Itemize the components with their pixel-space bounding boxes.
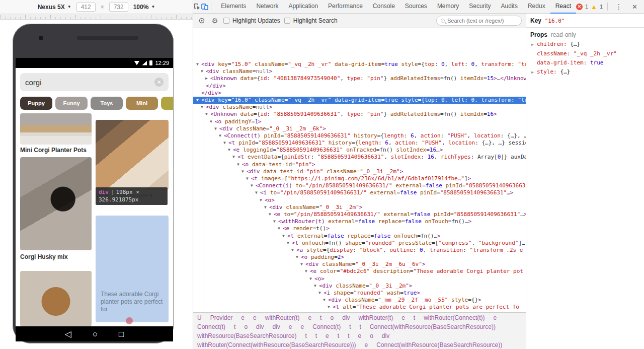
pin-image-happy-corgi[interactable] (96, 120, 169, 190)
breadcrumb-item[interactable]: t (315, 332, 317, 339)
chevron-down-icon[interactable]: ▼ (318, 290, 324, 297)
chevron-down-icon[interactable]: ▼ (282, 233, 287, 240)
tree-row[interactable]: ▼<Unknown data={id: "858850591409636631"… (193, 111, 526, 118)
breadcrumb-item[interactable]: e (358, 332, 361, 339)
chevron-down-icon[interactable]: ▼ (260, 197, 265, 204)
tab-audits[interactable]: Audits (496, 0, 523, 14)
breadcrumb-item[interactable]: t (305, 332, 306, 339)
prop-row[interactable]: data-grid-item: true (526, 58, 644, 67)
chevron-down-icon[interactable]: ▼ (255, 189, 260, 196)
pin-image-husky[interactable] (20, 157, 92, 250)
breadcrumb-item[interactable]: t (349, 323, 351, 330)
chevron-down-icon[interactable]: ▼ (201, 104, 206, 111)
breadcrumb-item[interactable]: t (360, 323, 361, 330)
breadcrumb-item[interactable]: o (244, 323, 248, 330)
tree-row[interactable]: ▼<div className="_0 _3i _2m"> (193, 204, 526, 211)
chevron-down-icon[interactable]: ▼ (251, 182, 256, 189)
breadcrumb-item[interactable]: div (382, 332, 389, 339)
breadcrumb-item[interactable]: o (370, 332, 373, 339)
error-count[interactable]: 1 (585, 4, 588, 10)
breadcrumb-item[interactable]: e (241, 314, 245, 321)
select-element-target-icon[interactable] (197, 17, 206, 24)
warning-count[interactable]: 1 (600, 4, 603, 10)
filter-chip-ca[interactable]: Ca (161, 97, 173, 110)
nav-home-button[interactable]: ○ (93, 330, 98, 338)
tab-security[interactable]: Security (464, 0, 496, 14)
chevron-down-icon[interactable]: ▼ (205, 111, 210, 118)
breadcrumb-item[interactable]: e (401, 314, 405, 321)
tree-row[interactable]: ▼<o position="relative" dangerouslySetIn… (193, 311, 526, 312)
breadcrumb-item[interactable]: e (300, 323, 304, 330)
chevron-down-icon[interactable]: ▼ (232, 154, 237, 161)
breadcrumb-item[interactable]: Provider (210, 314, 233, 321)
prop-row[interactable]: className: "_vq _2h _vr" (526, 49, 644, 58)
tree-row[interactable]: ▼<div key="15.0" className="_vq _2h _vr"… (193, 61, 526, 68)
devtools-menu-icon[interactable]: ⋮ (612, 3, 625, 11)
breadcrumb-item[interactable]: t (320, 314, 321, 321)
device-height-input[interactable] (109, 3, 128, 12)
tree-row[interactable]: ▼<o> (193, 275, 526, 283)
chevron-down-icon[interactable]: ▼ (223, 139, 228, 147)
tree-row-selected[interactable]: ▼<div key="16.0" className="_vq _2h _vr"… (193, 97, 526, 104)
gear-icon[interactable]: ⚙ (210, 17, 219, 25)
tree-row[interactable]: ▼<i to="/pin/858850591409636631/" extern… (193, 189, 526, 196)
chevron-down-icon[interactable]: ▼ (309, 275, 314, 283)
chevron-down-icon[interactable]: ▼ (273, 218, 278, 225)
tree-row[interactable]: ▼<a style={display: "block", outline: 0,… (193, 247, 526, 254)
tree-row[interactable]: ▼<t pinId="858850591409636631" history={… (193, 139, 526, 147)
search-input[interactable]: corgi ✕ (20, 73, 169, 91)
tree-row[interactable]: ▶<Unknown data={id: "408138784973549040"… (193, 75, 526, 82)
tab-network[interactable]: Network (251, 0, 283, 14)
tree-row[interactable]: ▼<o data-test-id="pin"> (193, 161, 526, 168)
inspect-element-icon[interactable] (193, 0, 201, 14)
chevron-down-icon[interactable]: ▼ (219, 132, 224, 139)
breadcrumb-item[interactable]: e (308, 314, 311, 321)
tree-row[interactable]: ▼<e color="#bdc2c6" description="These a… (193, 268, 526, 275)
tree-row[interactable]: ▼<t external=false replace=false onTouch… (193, 233, 526, 240)
error-icon[interactable]: ✕ (576, 4, 583, 10)
tree-row[interactable]: ▼<t alt="These adorable Corgi planter po… (193, 304, 526, 311)
breadcrumb-item[interactable]: div (256, 323, 264, 330)
toggle-device-toolbar-icon[interactable] (201, 0, 208, 14)
react-search-box[interactable] (436, 16, 522, 26)
chevron-down-icon[interactable]: ▼ (296, 254, 301, 261)
pin-image-corgi-face[interactable] (20, 271, 92, 326)
tree-row[interactable]: ▼<withRouter(t) external=false replace=f… (193, 218, 526, 225)
breadcrumb-item[interactable]: e (494, 314, 497, 321)
tree-row[interactable]: ▼<o> (193, 197, 526, 204)
chevron-down-icon[interactable]: ▼ (323, 297, 328, 304)
tree-row[interactable]: </div> (193, 90, 526, 97)
breadcrumb-item[interactable]: t (348, 332, 349, 339)
tree-row[interactable]: ▼<e loggingId="858850591409636631" onTra… (193, 147, 526, 154)
clear-search-button[interactable]: ✕ (154, 78, 164, 87)
chevron-down-icon[interactable]: ▼ (328, 304, 333, 311)
tree-row[interactable]: ▼<e render=t()> (193, 225, 526, 232)
tab-memory[interactable]: Memory (432, 0, 464, 14)
filter-chip-mini[interactable]: Mini (126, 97, 158, 110)
breadcrumb-item[interactable]: t (414, 314, 415, 321)
chevron-down-icon[interactable]: ▼ (201, 68, 206, 75)
chevron-right-icon[interactable]: ▶ (531, 41, 537, 49)
breadcrumb-item[interactable]: div (272, 323, 280, 330)
chevron-down-icon[interactable]: ▼ (291, 247, 296, 254)
tree-row[interactable]: ▼<t onTouch=fn() shape="rounded" pressSt… (193, 240, 526, 247)
breadcrumb-item[interactable]: o (330, 314, 334, 321)
tree-row[interactable]: ▼<div className="_0 _3i _2m _6k"> (193, 125, 526, 132)
chevron-down-icon[interactable]: ▼ (287, 240, 292, 247)
chevron-down-icon[interactable]: ▼ (332, 311, 337, 312)
pin-image-snow-highlighted[interactable]: These adorable Corgi planter pots are pe… (96, 216, 169, 322)
chevron-down-icon[interactable]: ▼ (314, 283, 319, 290)
breadcrumb-item[interactable]: div (342, 314, 350, 321)
device-zoom-select[interactable]: 100% ▼ (133, 4, 155, 11)
chevron-down-icon[interactable]: ▼ (228, 147, 233, 154)
chevron-down-icon[interactable]: ▼ (196, 97, 201, 104)
chevron-down-icon[interactable]: ▼ (210, 118, 215, 125)
tree-row[interactable]: ▼<o padding=2> (193, 254, 526, 261)
tab-sources[interactable]: Sources (400, 0, 432, 14)
chevron-right-icon[interactable]: ▶ (205, 75, 210, 82)
highlight-updates-checkbox[interactable] (223, 18, 229, 24)
tab-react[interactable]: React (550, 0, 576, 14)
breadcrumb-item[interactable]: withRouter(t) (265, 314, 300, 321)
breadcrumb-item[interactable]: withResource(BaseSearchResource) (197, 332, 296, 339)
chevron-down-icon[interactable]: ▼ (300, 261, 305, 268)
